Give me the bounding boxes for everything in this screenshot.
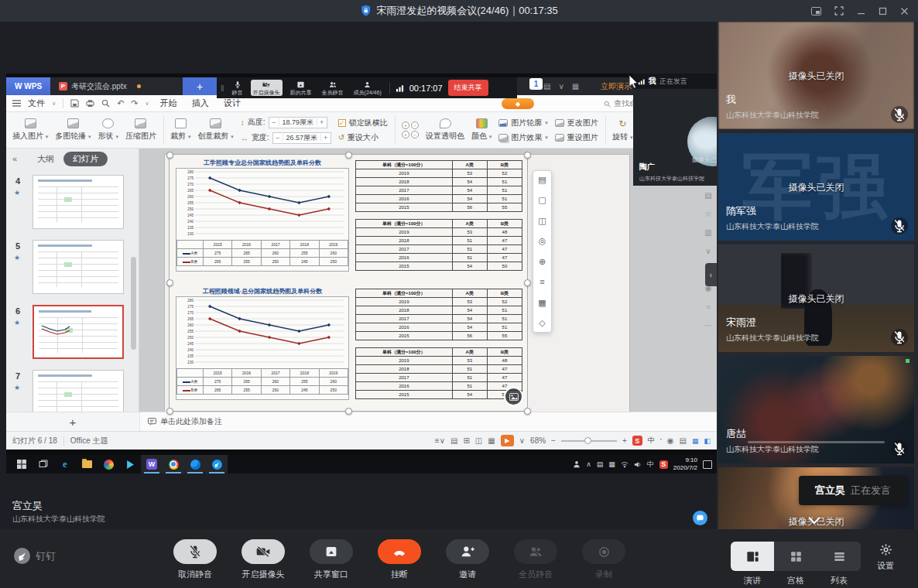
- hangup-button[interactable]: 挂断: [365, 539, 433, 580]
- grid-icon[interactable]: ▦: [572, 82, 579, 91]
- ime-mic-icon[interactable]: ◉: [667, 436, 674, 445]
- view-toggle-view-grid[interactable]: 宫格: [774, 542, 817, 586]
- palette-icon[interactable]: ▦: [538, 299, 546, 307]
- slide-thumbnail-image[interactable]: [33, 305, 124, 359]
- ime-punct-icon[interactable]: ’: [660, 437, 662, 445]
- wps-logo[interactable]: WWPS: [6, 77, 50, 95]
- participant-tile[interactable]: 唐喆山东科技大学泰山科技学院: [718, 356, 914, 463]
- file-explorer-icon[interactable]: [76, 455, 98, 473]
- tab-outline[interactable]: 大纲: [37, 153, 54, 165]
- reading-view-icon[interactable]: ◫: [475, 436, 482, 445]
- people-button[interactable]: 全员静音: [502, 539, 570, 580]
- picture-badge-icon[interactable]: [504, 387, 523, 406]
- star-icon[interactable]: ☆: [705, 210, 712, 218]
- theme-name[interactable]: Office 主题: [70, 436, 108, 446]
- brightness-contrast-buttons[interactable]: +−+−: [402, 121, 419, 138]
- reset-picture-button[interactable]: 重设图片: [555, 132, 598, 143]
- zoom-percent[interactable]: 68%: [530, 436, 546, 445]
- change-picture-button[interactable]: 更改图片: [555, 118, 598, 128]
- present-now-button[interactable]: 立即演示: [601, 77, 632, 95]
- crop-button[interactable]: 裁剪 ▾: [170, 118, 190, 142]
- chat-button[interactable]: [693, 511, 707, 525]
- taskbar-clock[interactable]: 9:10 2020/7/2: [673, 456, 697, 472]
- selected-picture[interactable]: 工学照顾专业总分国家线趋势图及单科分数 23023524024525025526…: [170, 155, 527, 411]
- ime-keyboard-icon[interactable]: ▤: [680, 436, 687, 445]
- reset-size-button[interactable]: ↺重设大小: [338, 132, 388, 143]
- slide-thumbnail[interactable]: 4★: [14, 175, 132, 232]
- insert-picture-button[interactable]: 插入图片 ▾: [12, 118, 48, 142]
- ime-toolbox-icon[interactable]: ▦: [692, 437, 699, 445]
- slide-thumbnail-image[interactable]: [33, 175, 124, 229]
- chevron-down-icon[interactable]: ∨: [519, 436, 525, 445]
- selection-handle[interactable]: [345, 152, 352, 159]
- picture-effects-button[interactable]: 图片效果▾: [498, 132, 548, 143]
- ribbon-tab-insert[interactable]: 插入: [188, 97, 213, 109]
- file-menu[interactable]: 文件: [28, 97, 45, 109]
- record-button[interactable]: 录制: [570, 539, 638, 580]
- panel-scrollbar[interactable]: [131, 257, 136, 350]
- selection-handle[interactable]: [166, 279, 173, 286]
- cam-off-button[interactable]: 开启摄像头: [229, 539, 297, 580]
- height-stepper[interactable]: −18.79厘米+: [269, 117, 327, 128]
- participant-tile[interactable]: 摄像头已关闭宋雨澄山东科技大学泰山科技学院: [718, 244, 914, 352]
- normal-view-icon[interactable]: ▤: [450, 436, 457, 445]
- selection-handle[interactable]: [345, 408, 352, 415]
- comment-icon[interactable]: ▥: [704, 228, 711, 237]
- zoom-tool-icon[interactable]: ◎: [539, 237, 546, 245]
- notes-input[interactable]: 单击此处添加备注: [139, 412, 717, 431]
- selection-handle[interactable]: [524, 152, 531, 159]
- end-share-button[interactable]: 结束共享: [448, 80, 488, 96]
- chrome-taskbar-icon[interactable]: [163, 455, 184, 473]
- view-list-icon[interactable]: [817, 542, 861, 571]
- participant-mini-tile[interactable]: 摄像头已关闭 陶广 山东科技大学泰山科技学院: [633, 89, 717, 186]
- media-app-icon[interactable]: [98, 455, 119, 473]
- security-tray-icon[interactable]: ▦: [608, 460, 615, 468]
- sogou-tray-icon[interactable]: S: [659, 460, 668, 469]
- multi-picture-carousel-button[interactable]: 多图轮播 ▾: [55, 118, 91, 142]
- chevron-icon[interactable]: ∨: [558, 82, 563, 91]
- invite-button[interactable]: 邀请: [433, 539, 502, 580]
- wps-taskbar-icon[interactable]: W: [141, 455, 163, 473]
- new-slide-button[interactable]: +: [6, 412, 139, 431]
- share-mute-all-button[interactable]: 全员静音: [320, 80, 346, 96]
- close-icon[interactable]: [900, 7, 909, 15]
- view-speaker-icon[interactable]: [731, 542, 774, 571]
- width-stepper[interactable]: −26.57厘米+: [272, 132, 331, 144]
- ime-tray-icon[interactable]: 中: [647, 460, 654, 470]
- notes-toggle-icon[interactable]: ≡∨: [435, 436, 445, 445]
- tray-expand-icon[interactable]: ∧: [586, 460, 591, 468]
- new-tab-button[interactable]: +: [183, 77, 217, 95]
- share-new-share-button[interactable]: 新的共享: [288, 80, 314, 96]
- view-toggle-view-list[interactable]: 列表: [817, 542, 861, 586]
- save-icon[interactable]: [70, 99, 79, 108]
- ribbon-tab-design[interactable]: 设计: [220, 97, 245, 109]
- view-toggle-view-speaker[interactable]: 演讲: [731, 542, 774, 586]
- selection-handle[interactable]: [166, 408, 173, 415]
- participant-tile[interactable]: 摄像头已关闭我山东科技大学泰山科技学院: [718, 22, 914, 129]
- dingtalk-taskbar-icon[interactable]: [206, 455, 228, 473]
- action-center-icon[interactable]: [703, 460, 712, 469]
- start-button[interactable]: [11, 455, 33, 473]
- edge-icon[interactable]: e: [54, 455, 76, 473]
- sogou-input-icon[interactable]: S: [632, 436, 642, 446]
- panel-expander-button[interactable]: ‹: [705, 263, 717, 286]
- drag-grip-icon[interactable]: ‖: [221, 84, 224, 93]
- onedrive-tray-icon[interactable]: ▤: [597, 460, 604, 468]
- zoom-in-icon[interactable]: +: [622, 436, 627, 445]
- ime-mode-icon[interactable]: 中: [648, 436, 655, 446]
- selection-handle[interactable]: [166, 152, 173, 159]
- member-promo-badge[interactable]: ◆: [502, 98, 534, 109]
- mic-off-button[interactable]: 取消静音: [161, 539, 229, 580]
- print-icon[interactable]: [86, 99, 94, 108]
- hamburger-menu-icon[interactable]: [12, 100, 21, 107]
- notes-page-icon[interactable]: ▦: [488, 436, 495, 445]
- layers-icon[interactable]: ▤: [538, 176, 546, 184]
- wifi-tray-icon[interactable]: [621, 461, 629, 468]
- effects-icon[interactable]: ◇: [539, 319, 545, 327]
- selection-handle[interactable]: [524, 408, 531, 415]
- collapse-panel-icon[interactable]: «: [12, 154, 17, 163]
- set-transparent-color-button[interactable]: 设置透明色: [426, 118, 464, 142]
- zoom-slider[interactable]: [561, 440, 617, 442]
- ribbon-tab-home[interactable]: 开始: [156, 97, 181, 109]
- settings-button[interactable]: 设置: [877, 543, 894, 572]
